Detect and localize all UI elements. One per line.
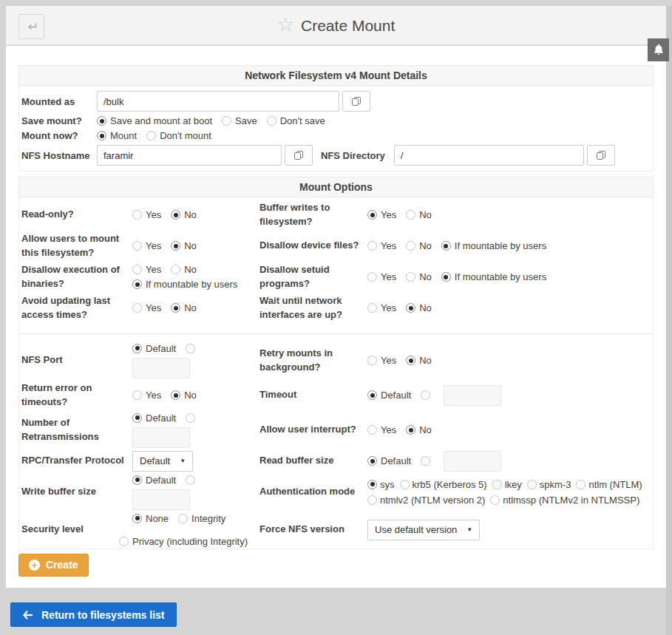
radio-option[interactable]: Save [222, 115, 257, 126]
radio-icon[interactable] [132, 413, 142, 423]
radio-option[interactable]: If mountable by users [441, 240, 546, 251]
radio-option[interactable]: Privacy (including Integrity) [119, 536, 248, 547]
radio-icon[interactable] [171, 265, 180, 274]
radio-option[interactable]: No [406, 302, 432, 313]
radio-option[interactable] [421, 390, 430, 400]
radio-option[interactable]: Yes [367, 209, 396, 220]
radio-icon[interactable] [527, 480, 537, 489]
radio-icon[interactable] [367, 272, 377, 282]
radio-icon[interactable] [132, 265, 142, 274]
nfs-directory-input[interactable] [394, 145, 584, 166]
radio-option[interactable]: ntlm (NTLM) [576, 479, 642, 490]
radio-icon[interactable] [178, 514, 188, 523]
radio-option[interactable]: No [171, 240, 197, 251]
nfs-directory-chooser-button[interactable] [587, 145, 615, 166]
radio-option[interactable]: spkm-3 [527, 479, 571, 490]
radio-icon[interactable] [171, 390, 180, 400]
radio-icon[interactable] [222, 116, 231, 126]
radio-icon[interactable] [132, 344, 142, 353]
radio-option[interactable]: No [406, 240, 432, 251]
radio-icon[interactable] [267, 116, 276, 126]
radio-icon[interactable] [406, 272, 415, 282]
radio-option[interactable]: Integrity [178, 513, 225, 524]
radio-option[interactable]: Default [367, 390, 411, 401]
radio-icon[interactable] [492, 480, 502, 489]
radio-icon[interactable] [406, 241, 415, 251]
retrans-input[interactable] [132, 427, 190, 448]
radio-option[interactable]: Yes [367, 240, 396, 251]
radio-option[interactable]: Save and mount at boot [97, 115, 212, 126]
radio-icon[interactable] [132, 241, 142, 251]
radio-option[interactable]: Default [132, 343, 176, 354]
radio-option[interactable]: Yes [367, 355, 396, 366]
radio-option[interactable]: If mountable by users [441, 271, 546, 282]
radio-option[interactable]: Yes [367, 271, 396, 282]
radio-icon[interactable] [132, 210, 142, 220]
radio-icon[interactable] [441, 241, 451, 251]
radio-option[interactable]: None [132, 513, 169, 524]
force-version-select[interactable]: Use default version ▼ [367, 520, 480, 540]
radio-icon[interactable] [186, 413, 195, 423]
nfs-hostname-chooser-button[interactable] [285, 145, 313, 166]
radio-option[interactable]: Don't mount [146, 130, 211, 141]
create-button[interactable]: + Create [18, 554, 89, 577]
radio-icon[interactable] [186, 475, 195, 485]
radio-icon[interactable] [132, 390, 142, 400]
radio-icon[interactable] [171, 241, 180, 251]
read-buffer-input[interactable] [444, 451, 501, 472]
radio-icon[interactable] [367, 390, 377, 400]
radio-icon[interactable] [367, 456, 377, 466]
radio-icon[interactable] [171, 303, 180, 313]
radio-icon[interactable] [132, 475, 142, 485]
radio-icon[interactable] [576, 480, 586, 489]
scrollbar-track[interactable] [666, 6, 672, 635]
radio-icon[interactable] [406, 425, 415, 435]
mounted-as-chooser-button[interactable] [342, 91, 370, 112]
radio-option[interactable]: lkey [492, 479, 522, 490]
rpc-protocol-select[interactable]: Default ▼ [132, 451, 193, 472]
radio-option[interactable]: No [171, 209, 197, 220]
radio-option[interactable]: ntmlv2 (NTLM version 2) [367, 495, 485, 506]
radio-option[interactable]: No [406, 209, 432, 220]
radio-option[interactable]: No [171, 264, 197, 275]
radio-icon[interactable] [367, 425, 377, 435]
radio-option[interactable]: Don't save [267, 115, 325, 126]
radio-option[interactable]: No [406, 424, 432, 435]
radio-icon[interactable] [367, 210, 377, 220]
radio-icon[interactable] [97, 116, 106, 126]
radio-icon[interactable] [406, 356, 415, 365]
radio-option[interactable]: Default [367, 455, 411, 466]
radio-icon[interactable] [367, 480, 377, 489]
radio-icon[interactable] [367, 303, 377, 313]
return-to-filesystems-button[interactable]: Return to filesystems list [10, 602, 177, 627]
radio-icon[interactable] [132, 514, 142, 523]
radio-icon[interactable] [132, 303, 142, 313]
radio-option[interactable]: No [171, 302, 197, 313]
radio-option[interactable] [186, 475, 195, 485]
radio-icon[interactable] [367, 356, 377, 365]
radio-icon[interactable] [171, 210, 180, 220]
radio-icon[interactable] [406, 303, 415, 313]
mounted-as-input[interactable] [97, 91, 339, 112]
radio-option[interactable]: ntlmssp (NTLMv2 in NTLMSSP) [490, 495, 639, 506]
radio-option[interactable] [421, 456, 430, 466]
radio-icon[interactable] [119, 537, 129, 546]
nfs-hostname-input[interactable] [97, 145, 282, 166]
radio-icon[interactable] [406, 210, 415, 220]
radio-option[interactable]: Yes [132, 302, 161, 313]
radio-option[interactable]: Yes [367, 424, 396, 435]
radio-icon[interactable] [441, 272, 451, 282]
radio-option[interactable]: sys [367, 479, 395, 490]
radio-option[interactable]: Yes [132, 209, 161, 220]
radio-option[interactable]: Yes [132, 240, 161, 251]
radio-option[interactable]: If mountable by users [132, 279, 237, 290]
timeout-input[interactable] [444, 385, 501, 406]
radio-icon[interactable] [421, 456, 430, 466]
radio-icon[interactable] [367, 495, 377, 505]
notifications-button[interactable] [648, 38, 669, 61]
star-icon[interactable]: ☆ [277, 15, 294, 34]
radio-option[interactable]: No [406, 355, 432, 366]
radio-option[interactable]: No [171, 390, 197, 401]
radio-option[interactable]: No [406, 271, 432, 282]
radio-option[interactable]: Default [132, 412, 176, 424]
